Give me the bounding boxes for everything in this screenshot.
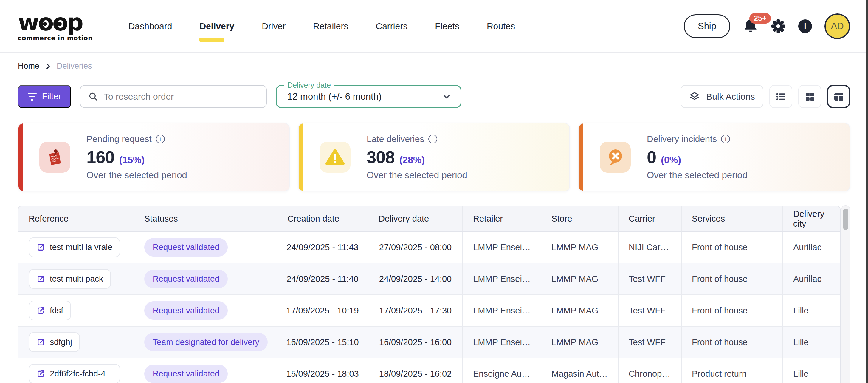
- breadcrumb-home-link[interactable]: Home: [18, 61, 39, 71]
- external-link-icon: [36, 306, 45, 315]
- status-badge: Request validated: [144, 238, 228, 257]
- screen-right-edge: [866, 0, 868, 383]
- avatar-initials: AD: [831, 21, 843, 32]
- pending-request-icon-tile: [39, 142, 70, 173]
- column-header[interactable]: Store: [541, 206, 619, 232]
- search-input[interactable]: [104, 92, 258, 102]
- table-row[interactable]: sdfghj Team designated for delivery 16/0…: [19, 327, 840, 358]
- view-grid-button[interactable]: [798, 85, 821, 108]
- chat-error-icon: [606, 148, 624, 167]
- stat-card-late-deliveries: Late deliveriesi 308 (28%) Over the sele…: [298, 123, 570, 192]
- retailer: Enseigne Auto 1: [473, 369, 531, 379]
- carrier: Test WFF: [629, 306, 665, 316]
- toolbar: Filter Delivery date 12 month (+/- 6 mon…: [18, 85, 850, 108]
- reference-text: test multi pack: [50, 274, 103, 284]
- ship-button[interactable]: Ship: [684, 14, 730, 38]
- reference-text: test multi la vraie: [50, 242, 113, 252]
- creation-date: 24/09/2025 - 11:43: [286, 242, 358, 252]
- filter-button-label: Filter: [42, 92, 61, 101]
- column-header[interactable]: Reference: [19, 206, 134, 232]
- nav-item-retailers[interactable]: Retailers: [313, 0, 348, 53]
- column-header[interactable]: Carrier: [619, 206, 682, 232]
- column-header[interactable]: Statuses: [134, 206, 277, 232]
- stat-card-pending-requests: Pending requesti 160 (15%) Over the sele…: [18, 123, 290, 192]
- info-button[interactable]: i: [798, 20, 812, 33]
- delivery-date: 27/09/2025 - 08:00: [379, 242, 452, 252]
- nav-label: Retailers: [313, 21, 348, 31]
- reference-link-chip[interactable]: test multi pack: [29, 269, 111, 289]
- logo-letter: o: [38, 11, 53, 34]
- table-row[interactable]: test multi pack Request validated 24/09/…: [19, 263, 840, 295]
- bulk-actions-button[interactable]: Bulk Actions: [681, 85, 764, 108]
- settings-button[interactable]: [771, 19, 786, 34]
- nav-item-dashboard[interactable]: Dashboard: [128, 0, 172, 53]
- delivery-date-select-value: 12 month (+/- 6 month): [287, 91, 381, 102]
- pinned-note-icon: [45, 148, 64, 167]
- services: Front of house: [692, 337, 748, 347]
- brand-logo-word: woop: [18, 11, 82, 34]
- info-circle-icon[interactable]: i: [156, 135, 165, 144]
- reference-text: sdfghj: [50, 337, 72, 347]
- creation-date: 17/09/2025 - 10:19: [286, 306, 359, 316]
- reference-link-chip[interactable]: 2df6f2fc-fcbd-4...: [29, 364, 120, 383]
- table-row[interactable]: test multi la vraie Request validated 24…: [19, 232, 840, 263]
- logo-letter: w: [18, 11, 38, 34]
- filter-button[interactable]: Filter: [18, 85, 71, 108]
- info-icon: i: [804, 22, 806, 31]
- carrier: NIJI Carrier: [629, 242, 671, 252]
- nav-item-carriers[interactable]: Carriers: [376, 0, 408, 53]
- nav-item-delivery[interactable]: Delivery: [199, 0, 234, 53]
- column-header[interactable]: Delivery city: [783, 206, 840, 232]
- store: LMMP MAG: [552, 242, 598, 252]
- external-link-icon: [36, 243, 45, 252]
- stat-value: 0: [647, 147, 656, 167]
- carrier: Chronopost: [629, 369, 671, 379]
- table-row[interactable]: 2df6f2fc-fcbd-4... Request validated 15/…: [19, 358, 840, 383]
- column-header[interactable]: Delivery date: [368, 206, 463, 232]
- view-table-button[interactable]: [827, 85, 850, 108]
- column-header[interactable]: Creation date: [277, 206, 368, 232]
- services: Front of house: [692, 242, 748, 252]
- services: Front of house: [692, 306, 748, 316]
- nav-item-routes[interactable]: Routes: [487, 0, 515, 53]
- brand-logo[interactable]: woop commerce in motion: [18, 11, 93, 42]
- filter-lines-icon: [28, 93, 37, 100]
- creation-date: 24/09/2025 - 11:40: [286, 274, 358, 284]
- delivery-page: woop commerce in motion Dashboard Delive…: [0, 0, 868, 383]
- delivery-city: Lille: [793, 369, 809, 379]
- stat-percent: (0%): [661, 154, 681, 166]
- stat-title: Pending request: [87, 134, 152, 144]
- store: LMMP MAG: [552, 274, 598, 284]
- nav-item-fleets[interactable]: Fleets: [435, 0, 459, 53]
- column-header[interactable]: Services: [682, 206, 783, 232]
- column-header[interactable]: Retailer: [463, 206, 541, 232]
- nav-item-driver[interactable]: Driver: [262, 0, 285, 53]
- creation-date: 15/09/2025 - 18:03: [286, 369, 359, 379]
- notifications-button[interactable]: 25+: [743, 18, 758, 35]
- stat-title: Delivery incidents: [647, 134, 717, 144]
- top-nav-bar: woop commerce in motion Dashboard Delive…: [0, 0, 868, 53]
- table-scrollbar-track[interactable]: [841, 205, 850, 383]
- avatar[interactable]: AD: [825, 13, 850, 39]
- card-accent-bar: [299, 123, 303, 191]
- gear-icon: [771, 19, 786, 34]
- external-link-icon: [36, 338, 45, 347]
- view-list-button[interactable]: [769, 85, 792, 108]
- notification-count-badge: 25+: [749, 13, 771, 24]
- reference-link-chip[interactable]: test multi la vraie: [29, 237, 120, 257]
- reference-link-chip[interactable]: sdfghj: [29, 332, 80, 352]
- reference-link-chip[interactable]: fdsf: [29, 301, 71, 320]
- stat-subtitle: Over the selected period: [647, 170, 748, 181]
- late-deliveries-icon-tile: [319, 142, 350, 173]
- info-circle-icon[interactable]: i: [721, 135, 730, 144]
- stat-subtitle: Over the selected period: [87, 170, 187, 181]
- logo-letter: p: [67, 11, 82, 34]
- table-scrollbar-thumb[interactable]: [843, 208, 848, 230]
- warning-triangle-icon: [325, 148, 345, 166]
- table-row[interactable]: fdsf Request validated 17/09/2025 - 10:1…: [19, 295, 840, 327]
- delivery-date-select[interactable]: Delivery date 12 month (+/- 6 month): [276, 85, 461, 108]
- services: Front of house: [692, 274, 748, 284]
- card-accent-bar: [579, 123, 583, 191]
- services: Product return: [692, 369, 747, 379]
- info-circle-icon[interactable]: i: [428, 135, 437, 144]
